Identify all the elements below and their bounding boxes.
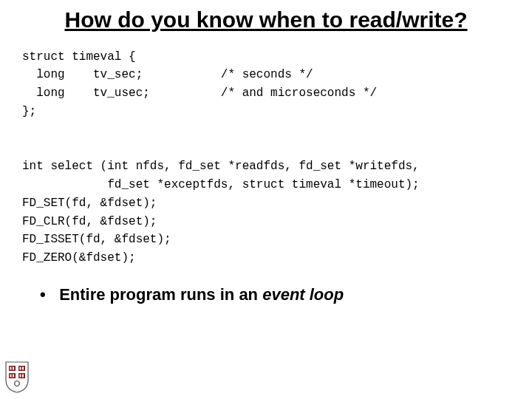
code-line: FD_CLR(fd, &fdset); (22, 215, 157, 228)
svg-rect-8 (10, 375, 12, 378)
code-line: FD_SET(fd, &fdset); (22, 197, 157, 210)
bullet-item: • Entire program runs in an event loop (0, 267, 532, 304)
code-line: struct timeval { (22, 50, 136, 64)
code-line: int select (int nfds, fd_set *readfds, f… (22, 160, 420, 173)
bullet-text: Entire program runs in an (59, 285, 262, 304)
svg-rect-2 (9, 373, 16, 378)
code-line: long tv_sec; /* seconds */ (22, 68, 313, 81)
svg-rect-10 (20, 375, 21, 378)
code-line: }; (22, 105, 36, 118)
svg-rect-9 (13, 375, 14, 378)
svg-rect-1 (18, 366, 25, 371)
svg-rect-6 (20, 367, 21, 370)
university-crest-icon (4, 361, 30, 393)
code-line: FD_ISSET(fd, &fdset); (22, 233, 171, 246)
svg-rect-3 (18, 373, 25, 378)
svg-rect-11 (22, 375, 24, 378)
svg-rect-4 (10, 367, 12, 370)
bullet-dot: • (40, 285, 55, 304)
bullet-emphasis: event loop (262, 285, 344, 304)
code-block: struct timeval { long tv_sec; /* seconds… (0, 38, 532, 268)
svg-rect-7 (22, 367, 24, 370)
code-line: FD_ZERO(&fdset); (22, 251, 136, 265)
code-line: fd_set *exceptfds, struct timeval *timeo… (22, 178, 420, 191)
svg-rect-5 (13, 367, 14, 370)
slide-title: How do you know when to read/write? (0, 0, 532, 38)
svg-rect-0 (9, 366, 16, 371)
code-line: long tv_usec; /* and microseconds */ (22, 86, 377, 100)
